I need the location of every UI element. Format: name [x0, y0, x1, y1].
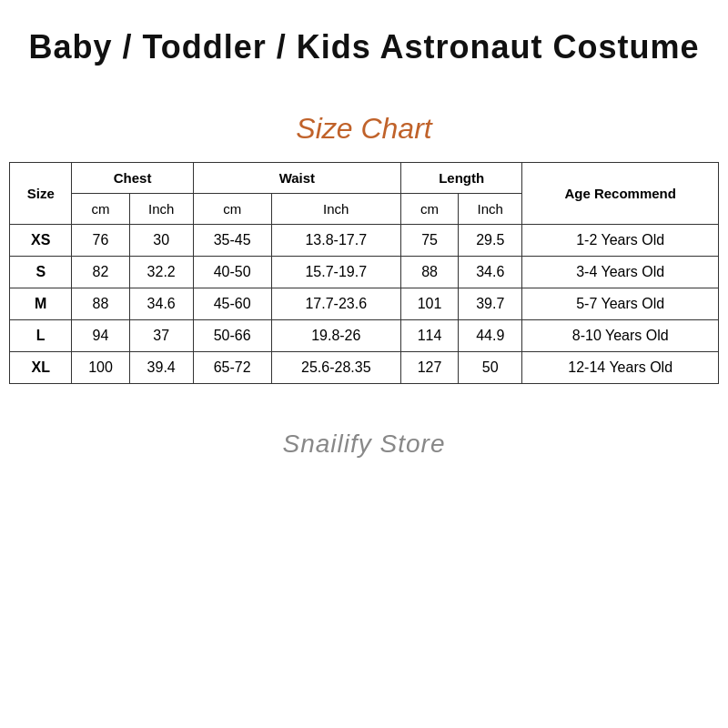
- cell-size: L: [10, 320, 72, 352]
- cell-age: 3-4 Years Old: [522, 257, 719, 288]
- cell-age: 12-14 Years Old: [522, 352, 719, 384]
- cell-chest-cm: 88: [72, 288, 129, 320]
- table-row: M 88 34.6 45-60 17.7-23.6 101 39.7 5-7 Y…: [10, 288, 719, 320]
- cell-waist-cm: 40-50: [193, 257, 271, 288]
- waist-inch-header: Inch: [271, 194, 400, 225]
- cell-length-cm: 127: [400, 352, 458, 384]
- cell-waist-inch: 15.7-19.7: [271, 257, 400, 288]
- cell-waist-cm: 35-45: [193, 225, 271, 257]
- table-row: L 94 37 50-66 19.8-26 114 44.9 8-10 Year…: [10, 320, 719, 352]
- cell-size: S: [10, 257, 72, 288]
- cell-waist-inch: 17.7-23.6: [271, 288, 400, 320]
- cell-waist-inch: 19.8-26: [271, 320, 400, 352]
- cell-waist-cm: 45-60: [193, 288, 271, 320]
- page-title: Baby / Toddler / Kids Astronaut Costume: [10, 0, 717, 85]
- waist-cm-header: cm: [193, 194, 271, 225]
- cell-length-inch: 39.7: [459, 288, 522, 320]
- cell-chest-inch: 34.6: [129, 288, 193, 320]
- cell-waist-cm: 65-72: [193, 352, 271, 384]
- length-inch-header: Inch: [459, 194, 522, 225]
- col-length: Length: [400, 163, 521, 194]
- cell-length-cm: 101: [400, 288, 458, 320]
- cell-size: M: [10, 288, 72, 320]
- cell-length-inch: 44.9: [459, 320, 522, 352]
- cell-waist-inch: 13.8-17.7: [271, 225, 400, 257]
- cell-length-inch: 34.6: [459, 257, 522, 288]
- cell-length-inch: 50: [459, 352, 522, 384]
- table-row: XL 100 39.4 65-72 25.6-28.35 127 50 12-1…: [10, 352, 719, 384]
- col-size: Size: [10, 163, 72, 225]
- cell-chest-cm: 100: [72, 352, 129, 384]
- table-row: S 82 32.2 40-50 15.7-19.7 88 34.6 3-4 Ye…: [10, 257, 719, 288]
- cell-length-inch: 29.5: [459, 225, 522, 257]
- cell-chest-inch: 39.4: [129, 352, 193, 384]
- cell-chest-cm: 94: [72, 320, 129, 352]
- cell-chest-inch: 30: [129, 225, 193, 257]
- col-waist: Waist: [193, 163, 400, 194]
- col-age: Age Recommend: [522, 163, 719, 225]
- size-chart-section: Size Chart Size Chest Waist Length Age R…: [9, 112, 719, 384]
- length-cm-header: cm: [400, 194, 458, 225]
- cell-chest-cm: 76: [72, 225, 129, 257]
- cell-size: XS: [10, 225, 72, 257]
- size-table: Size Chest Waist Length Age Recommend cm…: [9, 162, 719, 384]
- footer-brand: Snailify Store: [283, 430, 446, 459]
- cell-chest-cm: 82: [72, 257, 129, 288]
- cell-size: XL: [10, 352, 72, 384]
- cell-chest-inch: 37: [129, 320, 193, 352]
- cell-age: 8-10 Years Old: [522, 320, 719, 352]
- cell-length-cm: 88: [400, 257, 458, 288]
- table-row: XS 76 30 35-45 13.8-17.7 75 29.5 1-2 Yea…: [10, 225, 719, 257]
- cell-waist-cm: 50-66: [193, 320, 271, 352]
- size-chart-heading: Size Chart: [9, 112, 719, 146]
- col-chest: Chest: [72, 163, 193, 194]
- cell-age: 1-2 Years Old: [522, 225, 719, 257]
- cell-waist-inch: 25.6-28.35: [271, 352, 400, 384]
- cell-age: 5-7 Years Old: [522, 288, 719, 320]
- chest-cm-header: cm: [72, 194, 129, 225]
- cell-length-cm: 114: [400, 320, 458, 352]
- cell-chest-inch: 32.2: [129, 257, 193, 288]
- cell-length-cm: 75: [400, 225, 458, 257]
- chest-inch-header: Inch: [129, 194, 193, 225]
